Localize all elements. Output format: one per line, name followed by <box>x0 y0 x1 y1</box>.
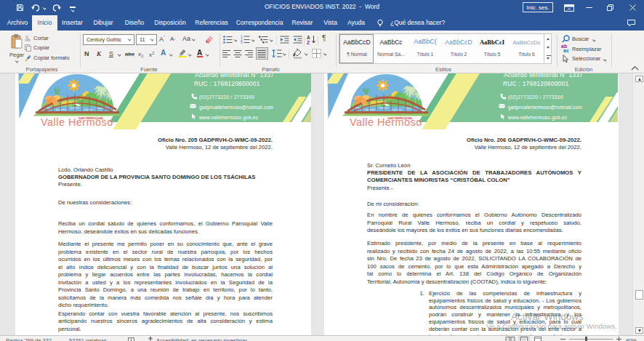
svg-text:gadprvallehermoso@hotmail.com: gadprvallehermoso@hotmail.com <box>199 105 273 111</box>
svg-text:RUC : 1768120600001: RUC : 1768120600001 <box>503 80 569 87</box>
svg-text:www.vallehermoso.gob.ec: www.vallehermoso.gob.ec <box>198 115 259 121</box>
svg-text:www.vallehermoso.gob.ec: www.vallehermoso.gob.ec <box>507 115 568 121</box>
svg-text:RUC : 1768120600001: RUC : 1768120600001 <box>194 80 260 87</box>
svg-text:Z: Z <box>307 40 310 44</box>
svg-text:3: 3 <box>241 41 243 44</box>
svg-text:Acuerdo Ministerial N° 1337: Acuerdo Ministerial N° 1337 <box>504 73 583 79</box>
svg-text:(02)2773220 / 2773300: (02)2773220 / 2773300 <box>199 95 254 100</box>
svg-text:(02)2773220 / 2773300: (02)2773220 / 2773300 <box>508 95 563 100</box>
svg-text:Valle Hermoso: Valle Hermoso <box>350 116 422 128</box>
svg-text:A: A <box>307 35 310 40</box>
svg-text:Acuerdo Ministerial N° 1337: Acuerdo Ministerial N° 1337 <box>195 73 274 79</box>
svg-text:Valle Hermoso: Valle Hermoso <box>41 116 113 128</box>
svg-text:gadprvallehermoso@hotmail.com: gadprvallehermoso@hotmail.com <box>508 105 582 111</box>
